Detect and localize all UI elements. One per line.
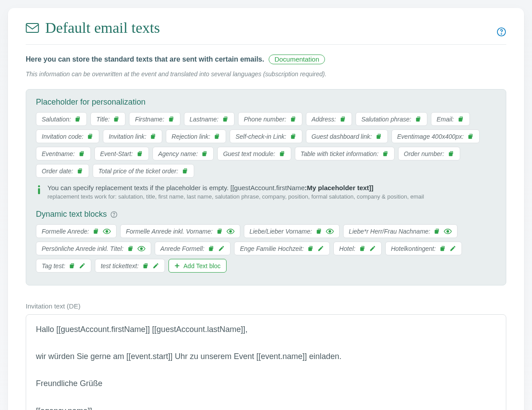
svg-rect-33 [317, 230, 320, 234]
eye-icon[interactable] [444, 228, 452, 234]
svg-rect-29 [94, 230, 97, 234]
copy-icon[interactable] [434, 228, 440, 234]
placeholder-chip[interactable]: Order date [36, 164, 89, 178]
copy-icon[interactable] [382, 150, 389, 157]
copy-icon[interactable] [279, 150, 286, 157]
edit-icon[interactable] [153, 262, 159, 269]
invitation-text-area[interactable]: Hallo [[guestAccount.firstName]] [[guest… [26, 314, 506, 410]
dynamic-block-chip[interactable]: Hotel [333, 242, 382, 255]
copy-icon[interactable] [127, 245, 134, 252]
placeholder-chip[interactable]: Guest dashboard link [306, 129, 388, 143]
copy-icon[interactable] [208, 245, 215, 252]
placeholder-chip[interactable]: Order number [398, 147, 460, 160]
placeholder-chip[interactable]: Lastname [184, 112, 235, 126]
copy-icon[interactable] [415, 116, 422, 122]
copy-icon[interactable] [87, 133, 94, 140]
dynamic-block-chip[interactable]: Tag test [36, 259, 91, 273]
copy-icon[interactable] [376, 133, 382, 140]
page-title: Default email texts [26, 20, 160, 36]
copy-icon[interactable] [168, 116, 175, 122]
intro-row: Here you can store the standard texts th… [26, 55, 506, 64]
edit-icon[interactable] [450, 245, 456, 252]
dynamic-block-chip[interactable]: Persönliche Anrede inkl. Titel [36, 242, 151, 255]
eye-icon[interactable] [227, 228, 235, 234]
svg-point-25 [38, 185, 40, 187]
placeholder-chip[interactable]: Rejection link [166, 129, 226, 143]
copy-icon[interactable] [142, 262, 149, 269]
svg-rect-31 [217, 230, 221, 234]
svg-rect-5 [169, 117, 172, 121]
placeholder-chip[interactable]: Salutation phrase [356, 112, 427, 126]
copy-icon[interactable] [467, 133, 474, 140]
copy-icon[interactable] [113, 116, 120, 122]
dynamic-block-chip[interactable]: Hotelkontingent [385, 242, 462, 255]
placeholder-chip[interactable]: Table with ticket information [295, 147, 395, 160]
help-circle-icon[interactable] [110, 211, 117, 218]
copy-icon[interactable] [290, 116, 297, 122]
svg-rect-44 [143, 264, 147, 268]
placeholder-chip[interactable]: Event-Start [94, 147, 149, 160]
copy-icon[interactable] [222, 116, 229, 122]
dynamic-block-chip[interactable]: Anrede Formell [155, 242, 231, 255]
copy-icon[interactable] [201, 150, 208, 157]
copy-icon[interactable] [74, 116, 81, 122]
copy-icon[interactable] [290, 133, 297, 140]
copy-icon[interactable] [182, 168, 188, 174]
info-row: You can specify replacement texts if the… [36, 184, 496, 200]
placeholder-chip[interactable]: Total price of the ticket order [93, 164, 194, 178]
help-icon[interactable] [497, 27, 506, 37]
dynamic-block-chip[interactable]: test tickettext [95, 259, 165, 273]
dynamic-block-chip[interactable]: Formelle Anrede [36, 224, 117, 238]
copy-icon[interactable] [150, 133, 156, 140]
svg-point-28 [114, 215, 114, 216]
copy-icon[interactable] [439, 245, 446, 252]
edit-icon[interactable] [79, 262, 86, 269]
eye-icon[interactable] [137, 246, 145, 252]
eye-icon[interactable] [103, 228, 111, 234]
copy-icon[interactable] [137, 150, 143, 157]
placeholder-chip[interactable]: Invitation link [103, 129, 162, 143]
dynamic-block-chip[interactable]: Formelle Anrede inkl. Vorname [120, 224, 240, 238]
dynamic-block-chip[interactable]: Liebe/Lieber Vorname [244, 224, 340, 238]
svg-rect-37 [128, 247, 132, 251]
svg-rect-20 [280, 152, 283, 156]
placeholder-chip[interactable]: Self-check-in Link [230, 129, 302, 143]
placeholder-chip[interactable]: Eventimage 400x400px [391, 129, 480, 143]
edit-icon[interactable] [317, 245, 324, 252]
copy-icon[interactable] [359, 245, 366, 252]
svg-rect-39 [209, 247, 213, 251]
copy-icon[interactable] [316, 228, 322, 234]
placeholder-chip[interactable]: Email [431, 112, 470, 126]
copy-icon[interactable] [216, 228, 223, 234]
copy-icon[interactable] [69, 262, 75, 269]
placeholder-chip[interactable]: Agency name [153, 147, 214, 160]
copy-icon[interactable] [340, 116, 346, 122]
placeholder-chip[interactable]: Phone number [238, 112, 302, 126]
add-text-bloc-button[interactable]: Add Text bloc [168, 259, 227, 273]
dynamic-block-chip[interactable]: Liebe*r Herr/Frau Nachname [343, 224, 458, 238]
copy-icon[interactable] [458, 116, 464, 122]
edit-icon[interactable] [369, 245, 376, 252]
copy-icon[interactable] [214, 133, 220, 140]
copy-icon[interactable] [93, 228, 99, 234]
svg-rect-14 [291, 135, 294, 139]
copy-icon[interactable] [77, 168, 83, 174]
intro-text: Here you can store the standard texts th… [26, 55, 264, 63]
placeholder-chip[interactable]: Firstname [129, 112, 180, 126]
dynamic-block-chip[interactable]: Enge Familie Hochzeit [234, 242, 330, 255]
copy-icon[interactable] [307, 245, 314, 252]
copy-icon[interactable] [448, 150, 454, 157]
placeholder-chip[interactable]: Eventname [36, 147, 91, 160]
eye-icon[interactable] [326, 228, 334, 234]
svg-rect-9 [416, 117, 419, 121]
placeholder-chip[interactable]: Guest text module [217, 147, 291, 160]
copy-icon[interactable] [78, 150, 85, 157]
page-title-text: Default email texts [45, 20, 160, 36]
documentation-link[interactable]: Documentation [269, 55, 325, 64]
placeholder-chip[interactable]: Address [306, 112, 352, 126]
svg-point-32 [229, 230, 231, 232]
placeholder-chip[interactable]: Salutation [36, 112, 87, 126]
placeholder-chip[interactable]: Title [90, 112, 125, 126]
placeholder-chip[interactable]: Invitation code [36, 129, 99, 143]
edit-icon[interactable] [218, 245, 225, 252]
